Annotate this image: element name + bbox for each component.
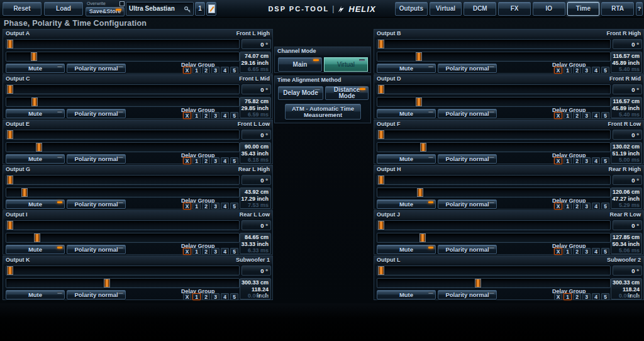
delay-group-3-button[interactable]: 3 [211, 203, 219, 210]
delay-group-4-button[interactable]: 4 [592, 293, 600, 300]
delay-group-4-button[interactable]: 4 [221, 112, 229, 119]
delay-group-2-button[interactable]: 2 [202, 293, 210, 300]
delay-slider[interactable] [377, 278, 611, 288]
delay-group-5-button[interactable]: 5 [601, 248, 609, 255]
mute-button[interactable]: Mute [377, 154, 436, 164]
phase-slider-handle[interactable] [378, 176, 384, 184]
nav-dcm[interactable]: DCM [464, 2, 496, 16]
delay-group-x-button[interactable]: X [183, 112, 191, 119]
delay-group-4-button[interactable]: 4 [221, 157, 229, 164]
delay-group-x-button[interactable]: X [554, 203, 562, 210]
atm-button[interactable]: ATM - Automatic Time Measurement [285, 104, 361, 120]
phase-slider[interactable] [377, 84, 611, 94]
phase-slider[interactable] [6, 39, 240, 49]
mute-button[interactable]: Mute [6, 154, 65, 164]
delay-group-4-button[interactable]: 4 [221, 293, 229, 300]
delay-group-2-button[interactable]: 2 [202, 157, 210, 164]
delay-group-3-button[interactable]: 3 [582, 248, 591, 255]
phase-slider[interactable] [6, 175, 240, 185]
delay-group-x-button[interactable]: X [554, 67, 562, 74]
delay-group-2-button[interactable]: 2 [202, 112, 210, 119]
polarity-button[interactable]: Polarity normal [438, 154, 497, 164]
delay-group-2-button[interactable]: 2 [573, 67, 581, 74]
delay-group-4-button[interactable]: 4 [592, 67, 600, 74]
delay-slider[interactable] [377, 97, 611, 107]
delay-slider[interactable] [377, 233, 611, 243]
polarity-button[interactable]: Polarity normal [67, 199, 126, 209]
delay-mode-button[interactable]: Delay Mode [278, 86, 323, 100]
delay-slider[interactable] [6, 142, 240, 152]
mute-button[interactable]: Mute [6, 199, 65, 209]
channel-mode-virtual-button[interactable]: Virtual [324, 57, 368, 72]
delay-slider-handle[interactable] [417, 188, 423, 197]
delay-group-1-button[interactable]: 1 [192, 248, 201, 255]
overwrite-checkbox[interactable] [119, 1, 125, 6]
delay-group-2-button[interactable]: 2 [573, 203, 581, 210]
nav-io[interactable]: IO [533, 2, 565, 16]
key-icon[interactable] [184, 5, 191, 18]
delay-group-3-button[interactable]: 3 [582, 157, 591, 164]
delay-group-1-button[interactable]: 1 [192, 157, 201, 164]
polarity-button[interactable]: Polarity normal [438, 109, 497, 118]
phase-slider-handle[interactable] [378, 266, 384, 275]
delay-group-5-button[interactable]: 5 [601, 293, 609, 300]
profile-name-input[interactable]: Ultra Sebastian [126, 2, 194, 16]
delay-group-4-button[interactable]: 4 [221, 67, 229, 74]
nav-fx[interactable]: FX [498, 2, 531, 16]
delay-group-5-button[interactable]: 5 [230, 293, 238, 300]
phase-slider-handle[interactable] [7, 176, 13, 184]
mute-button[interactable]: Mute [6, 290, 65, 299]
phase-slider-handle[interactable] [7, 130, 13, 139]
delay-group-x-button[interactable]: X [183, 67, 191, 74]
delay-slider-handle[interactable] [475, 279, 481, 288]
delay-slider[interactable] [6, 278, 240, 288]
nav-rta[interactable]: RTA [601, 2, 634, 16]
delay-group-2-button[interactable]: 2 [202, 203, 210, 210]
save-store-button[interactable]: Save&Store [86, 7, 125, 16]
polarity-button[interactable]: Polarity normal [67, 154, 126, 164]
delay-group-4-button[interactable]: 4 [221, 203, 229, 210]
phase-slider[interactable] [377, 220, 611, 230]
load-button[interactable]: Load [44, 2, 83, 16]
mute-button[interactable]: Mute [377, 64, 436, 73]
phase-slider[interactable] [377, 39, 611, 49]
delay-group-3-button[interactable]: 3 [211, 293, 219, 300]
mute-button[interactable]: Mute [377, 199, 436, 209]
distance-mode-button[interactable]: Distance Mode [325, 86, 369, 100]
delay-slider-handle[interactable] [21, 188, 28, 197]
mute-button[interactable]: Mute [6, 109, 65, 118]
phase-slider-handle[interactable] [378, 40, 384, 48]
polarity-button[interactable]: Polarity normal [438, 64, 497, 73]
delay-slider-handle[interactable] [31, 52, 37, 61]
delay-slider[interactable] [377, 142, 611, 152]
delay-group-2-button[interactable]: 2 [573, 157, 581, 164]
device-count-box[interactable]: 1 [195, 2, 205, 16]
polarity-button[interactable]: Polarity normal [438, 199, 497, 209]
phase-slider-handle[interactable] [378, 130, 384, 139]
phase-slider[interactable] [6, 84, 240, 94]
phase-slider-handle[interactable] [7, 40, 13, 48]
mute-button[interactable]: Mute [6, 64, 65, 73]
phase-slider-handle[interactable] [7, 85, 13, 94]
delay-group-x-button[interactable]: X [183, 203, 191, 210]
delay-slider-handle[interactable] [419, 233, 426, 242]
phase-slider[interactable] [6, 220, 240, 230]
delay-slider-handle[interactable] [416, 52, 422, 61]
delay-group-5-button[interactable]: 5 [230, 67, 238, 74]
polarity-button[interactable]: Polarity normal [67, 64, 126, 73]
phase-slider[interactable] [6, 266, 240, 276]
delay-group-4-button[interactable]: 4 [592, 248, 600, 255]
delay-group-x-button[interactable]: X [183, 248, 191, 255]
delay-group-5-button[interactable]: 5 [230, 203, 238, 210]
delay-group-4-button[interactable]: 4 [592, 112, 600, 119]
polarity-button[interactable]: Polarity normal [438, 290, 497, 299]
delay-slider-handle[interactable] [36, 143, 42, 152]
delay-group-3-button[interactable]: 3 [582, 293, 591, 300]
delay-group-2-button[interactable]: 2 [202, 248, 210, 255]
delay-group-1-button[interactable]: 1 [564, 203, 572, 210]
edit-note-button[interactable] [206, 2, 216, 16]
delay-group-1-button[interactable]: 1 [564, 248, 572, 255]
polarity-button[interactable]: Polarity normal [67, 245, 126, 254]
delay-group-3-button[interactable]: 3 [582, 112, 591, 119]
mute-button[interactable]: Mute [377, 290, 436, 299]
